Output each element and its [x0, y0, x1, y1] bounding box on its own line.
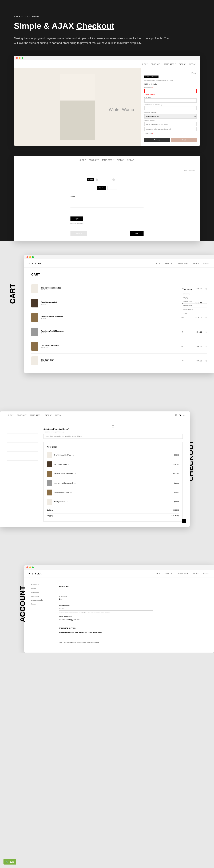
- line-price: $54.00: [188, 345, 202, 347]
- hamburger-icon[interactable]: ≡: [18, 158, 20, 162]
- logo[interactable]: STYLER: [32, 262, 42, 265]
- hamburger-icon[interactable]: ≡: [29, 262, 30, 265]
- last-name-input[interactable]: [59, 597, 153, 601]
- remove-icon[interactable]: 🗑: [202, 345, 207, 347]
- tab-register[interactable]: Register: [107, 186, 117, 190]
- logo[interactable]: STYLER: [21, 159, 31, 161]
- nav-item[interactable]: TEMPLATES ˅: [178, 262, 190, 265]
- first-name-input[interactable]: [59, 588, 153, 592]
- next-button[interactable]: Next: [130, 231, 143, 236]
- company-input[interactable]: [144, 106, 196, 111]
- forgot-link[interactable]: Lost your password?: [71, 223, 143, 224]
- account-nav-item[interactable]: Downloads: [31, 591, 52, 594]
- remove-icon[interactable]: 🗑: [202, 331, 207, 333]
- password-input[interactable]: [71, 203, 143, 208]
- nav-item[interactable]: PRODUCT ˅: [89, 159, 99, 161]
- nav-item[interactable]: PRODUCT ˅: [165, 573, 175, 575]
- nav-item[interactable]: PRODUCT ˅: [165, 262, 175, 265]
- step-indicator: 1 Billing & Shipping: [144, 75, 159, 78]
- nav-item[interactable]: SHOP ˅: [8, 414, 14, 416]
- nav-item[interactable]: SHOP ˅: [142, 63, 148, 65]
- nav-item[interactable]: TEMPLATES ˅: [178, 573, 190, 575]
- product-name[interactable]: Premium Weight Mackneck: [41, 330, 63, 332]
- qty-stepper[interactable]: - 1 +: [178, 331, 188, 333]
- nav-item[interactable]: PAGES ˅: [45, 414, 52, 416]
- cart-row: Old Transit Backpack$54.00 × 1- 1 +$54.0…: [31, 339, 207, 353]
- logo[interactable]: STYLER: [32, 572, 42, 575]
- scroll-top-button[interactable]: [182, 519, 186, 523]
- nav-item[interactable]: SHOP ˅: [156, 573, 162, 575]
- nav-item[interactable]: MEDIA ˅: [55, 414, 62, 416]
- coupon-link[interactable]: Have a coupon? Click here to enter your …: [144, 80, 196, 82]
- account-nav-item[interactable]: Logout: [31, 602, 52, 606]
- product-name[interactable]: The Air Scoop-Neck Tee: [41, 287, 61, 289]
- nav-item[interactable]: MEDIA ˅: [189, 63, 196, 65]
- product-image: [47, 499, 52, 505]
- nav-item[interactable]: PAGES ˅: [193, 262, 200, 265]
- nav-item[interactable]: PAGES ˅: [193, 573, 200, 575]
- user-icon[interactable]: ☺: [183, 414, 185, 416]
- nav-item[interactable]: SHOP ˅: [156, 262, 162, 265]
- remember-checkbox[interactable]: [71, 210, 143, 212]
- order-notes-input[interactable]: [44, 434, 183, 439]
- nav-item[interactable]: PAGES ˅: [179, 63, 186, 65]
- account-nav-item[interactable]: Dashboard: [31, 583, 52, 587]
- hamburger-icon[interactable]: ≡: [29, 572, 30, 575]
- account-nav-item[interactable]: Account details: [31, 598, 52, 602]
- remove-icon[interactable]: 🗑: [202, 360, 207, 362]
- login-button[interactable]: Login: [71, 216, 83, 221]
- wishlist-icon[interactable]: ♡: [185, 159, 188, 161]
- street2-input[interactable]: [144, 127, 196, 131]
- product-name[interactable]: Premium Brown Mackneck: [41, 316, 63, 318]
- product-name[interactable]: The Sport Short: [41, 359, 54, 361]
- nav-item[interactable]: PRODUCT ˅: [151, 63, 161, 65]
- nav-item[interactable]: MEDIA ˅: [203, 262, 210, 265]
- last-name-input[interactable]: [144, 98, 196, 102]
- username-input[interactable]: [71, 195, 143, 199]
- search-icon[interactable]: ⌕: [172, 414, 173, 416]
- logo[interactable]: STYLER: [21, 63, 31, 66]
- close-icon[interactable]: ×: [195, 72, 196, 75]
- user-icon[interactable]: ☺: [193, 159, 196, 161]
- current-password-input[interactable]: [59, 633, 153, 638]
- search-icon[interactable]: ⌕: [182, 159, 184, 161]
- prev-button[interactable]: Previous: [71, 231, 87, 236]
- street-input[interactable]: [144, 122, 196, 126]
- next-button[interactable]: Next: [171, 138, 196, 142]
- ship-different-checkbox[interactable]: [44, 426, 183, 428]
- qty-stepper[interactable]: - 1 +: [178, 360, 188, 362]
- qty-stepper[interactable]: - 1 +: [178, 345, 188, 347]
- nav-item[interactable]: PAGES ˅: [117, 159, 124, 161]
- hero-lead: Making the shopping and payment steps fa…: [14, 36, 170, 45]
- new-password-input[interactable]: [59, 643, 153, 647]
- step-billing[interactable]: Billing & Shipping: [100, 179, 111, 180]
- step-login[interactable]: 1 Login: [87, 178, 94, 181]
- line-price: $24.00: [188, 331, 202, 333]
- email-input[interactable]: [59, 618, 153, 622]
- country-select[interactable]: United States (US): [144, 114, 196, 119]
- product-name[interactable]: Old Transit Backpack: [41, 345, 59, 346]
- nav-item[interactable]: TEMPLATES ˅: [30, 414, 42, 416]
- nav-item[interactable]: TEMPLATES ˅: [164, 63, 176, 65]
- display-name-input[interactable]: [59, 606, 153, 611]
- hamburger-icon[interactable]: ≡: [18, 63, 20, 66]
- nav-item[interactable]: SHOP ˅: [80, 159, 86, 161]
- step-payment[interactable]: Order & Payment: [116, 179, 127, 180]
- nav-item[interactable]: MEDIA ˅: [127, 159, 134, 161]
- nav-item[interactable]: TEMPLATES ˅: [102, 159, 114, 161]
- wishlist-icon[interactable]: ♡: [175, 414, 177, 416]
- product-name[interactable]: Dark Brown Jacket: [41, 301, 57, 303]
- account-nav-item[interactable]: Addresses: [31, 594, 52, 598]
- change-address-link[interactable]: Change address: [183, 307, 207, 311]
- street-label: STREET ADDRESS *: [144, 120, 196, 122]
- cart-icon[interactable]: 🛍: [189, 159, 192, 161]
- nav-item[interactable]: PRODUCT ˅: [17, 414, 27, 416]
- account-nav-item[interactable]: Orders: [31, 587, 52, 591]
- tab-signin[interactable]: Sign In: [97, 186, 106, 190]
- remove-icon[interactable]: 🗑: [202, 317, 207, 318]
- nav-item[interactable]: MEDIA ˅: [203, 573, 210, 575]
- cart-icon[interactable]: 🛍: [179, 414, 181, 416]
- first-name-input[interactable]: [144, 89, 196, 93]
- qty-stepper[interactable]: - 1 +: [178, 317, 188, 318]
- prev-button[interactable]: Previous: [144, 138, 170, 142]
